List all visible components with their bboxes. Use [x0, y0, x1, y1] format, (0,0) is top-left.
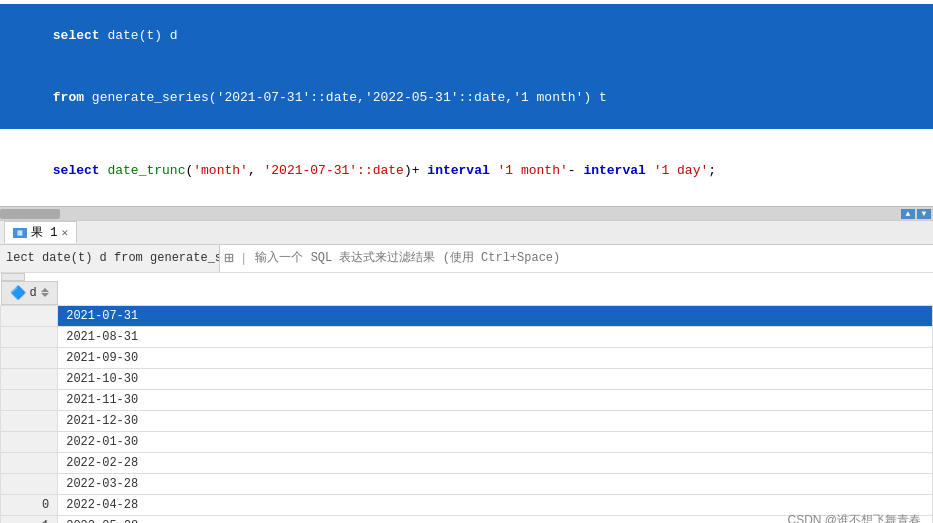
scroll-down-arrow[interactable]: ▼ [917, 209, 931, 219]
data-table-wrapper: 🔷 d 2021-07-312021-08-312021-09-302021-1… [0, 273, 933, 524]
table-row[interactable]: 2021-10-30 [1, 368, 933, 389]
table-row[interactable]: 2021-08-31 [1, 326, 933, 347]
table-row[interactable]: 2021-07-31 [1, 305, 933, 326]
row-d-cell: 2021-07-31 [58, 305, 933, 326]
data-table: 🔷 d 2021-07-312021-08-312021-09-302021-1… [0, 273, 933, 524]
horizontal-scrollbar[interactable]: ▲ ▼ [0, 206, 933, 220]
row-num-cell [1, 389, 58, 410]
results-container: ▦ 果 1 ✕ lect date(t) d from generate_ser… [0, 221, 933, 524]
table-row[interactable]: 2022-03-28 [1, 473, 933, 494]
row-num-cell: 0 [1, 494, 58, 515]
sql-editor[interactable]: select date(t) d from generate_series('2… [0, 0, 933, 221]
row-num-cell [1, 452, 58, 473]
col-header-d: 🔷 d [1, 281, 58, 305]
row-num-cell [1, 347, 58, 368]
tab-close-button[interactable]: ✕ [61, 226, 68, 239]
sql-line-2: from generate_series('2021-07-31'::date,… [0, 67, 933, 130]
row-d-cell: 2021-10-30 [58, 368, 933, 389]
col-d-icon: 🔷 [10, 285, 26, 301]
row-num-cell [1, 410, 58, 431]
row-d-cell: 2021-08-31 [58, 326, 933, 347]
filter-separator: | [238, 251, 250, 266]
tab-label: 果 1 [31, 224, 57, 241]
table-row[interactable]: 2021-12-30 [1, 410, 933, 431]
row-num-header [1, 273, 25, 281]
scroll-thumb[interactable] [0, 209, 60, 219]
table-row[interactable]: 2022-01-30 [1, 431, 933, 452]
row-d-cell: 2021-09-30 [58, 347, 933, 368]
col-d-label: d [30, 286, 37, 300]
table-row[interactable]: 2022-02-28 [1, 452, 933, 473]
filter-expand-icon[interactable]: ⊞ [220, 248, 238, 268]
row-num-cell [1, 431, 58, 452]
table-body: 2021-07-312021-08-312021-09-302021-10-30… [1, 305, 933, 523]
sql-line-4: select date_trunc('month', '2021-07-31':… [0, 139, 933, 202]
row-num-cell: 1 [1, 515, 58, 523]
table-row[interactable]: 2021-09-30 [1, 347, 933, 368]
row-num-cell [1, 368, 58, 389]
sql-blank-line [0, 129, 933, 139]
row-num-cell [1, 473, 58, 494]
table-row[interactable]: 2021-11-30 [1, 389, 933, 410]
row-num-cell [1, 326, 58, 347]
scroll-up-arrow[interactable]: ▲ [901, 209, 915, 219]
sort-icon-d[interactable] [41, 288, 49, 297]
filter-input[interactable] [249, 251, 933, 265]
row-d-cell: 2022-03-28 [58, 473, 933, 494]
result-tab-1[interactable]: ▦ 果 1 ✕ [4, 221, 77, 243]
row-d-cell: 2022-02-28 [58, 452, 933, 473]
row-num-cell [1, 305, 58, 326]
watermark: CSDN @谁不想飞舞青春 [787, 512, 921, 524]
row-d-cell: 2021-12-30 [58, 410, 933, 431]
row-d-cell: 2022-01-30 [58, 431, 933, 452]
table-header-row: 🔷 d [1, 273, 933, 306]
sql-line-1: select date(t) d [0, 4, 933, 67]
row-d-cell: 2021-11-30 [58, 389, 933, 410]
result-icon: ▦ [13, 228, 27, 238]
results-tabs: ▦ 果 1 ✕ [0, 221, 933, 245]
filter-bar: lect date(t) d from generate_series('202… [0, 245, 933, 273]
filter-prefix-text: lect date(t) d from generate_series('202… [0, 245, 220, 272]
